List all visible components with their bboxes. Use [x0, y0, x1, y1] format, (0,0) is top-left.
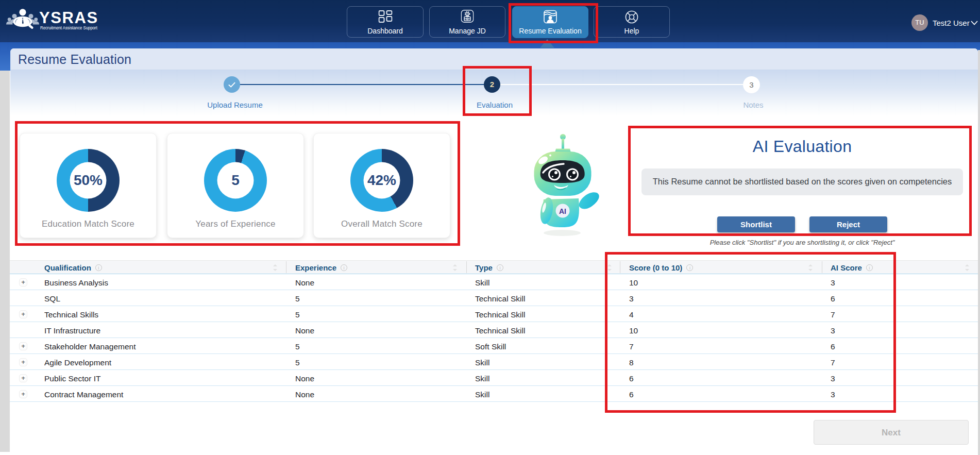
svg-text:AI: AI — [559, 207, 566, 215]
